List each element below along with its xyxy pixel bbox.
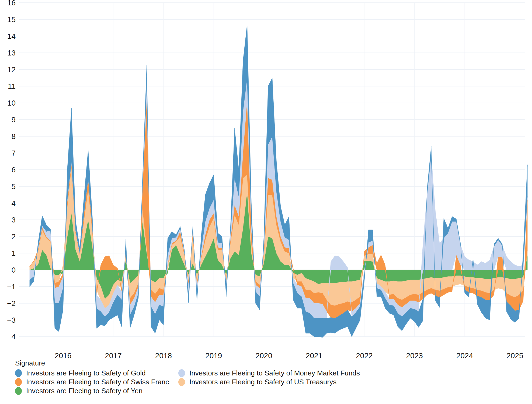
x-tick-label: 2019: [205, 351, 222, 360]
x-tick-label: 2016: [55, 351, 71, 360]
legend-item-label: Investors are Fleeing to Safety of Money…: [189, 369, 360, 377]
page: { "colors": { "background": "#FFFFFF", "…: [0, 0, 532, 404]
legend-item-us-treasurys[interactable]: Investors are Fleeing to Safety of US Tr…: [178, 378, 360, 386]
legend-columns: Investors are Fleeing to Safety of Gold …: [15, 369, 419, 395]
y-tick-label: 11: [8, 82, 16, 90]
chart-svg: −4−3−2−101234567891011121314151620162017…: [0, 0, 532, 404]
legend: Signature Investors are Fleeing to Safet…: [15, 359, 419, 395]
y-tick-label: 6: [11, 166, 16, 174]
x-tick-label: 2017: [105, 351, 121, 360]
y-tick-label: 3: [11, 216, 16, 224]
legend-item-label: Investors are Fleeing to Safety of Gold: [26, 369, 146, 377]
y-tick-label: 15: [7, 15, 16, 24]
y-tick-label: 14: [7, 32, 16, 40]
x-tick-label: 2021: [306, 351, 322, 360]
y-tick-label: 13: [7, 49, 16, 57]
legend-item-money-market-funds[interactable]: Investors are Fleeing to Safety of Money…: [178, 369, 360, 378]
y-tick-label: 7: [11, 149, 16, 157]
y-tick-label: 1: [11, 249, 16, 257]
gold-swatch-icon: [15, 369, 22, 377]
y-tick-label: 0: [11, 266, 16, 274]
y-tick-label: −1: [7, 283, 16, 291]
legend-item-label: Investors are Fleeing to Safety of Yen: [26, 387, 142, 395]
x-tick-label: 2020: [255, 351, 272, 360]
y-tick-label: 8: [11, 132, 16, 141]
y-tick-label: 2: [11, 232, 16, 241]
x-tick-label: 2023: [406, 351, 423, 360]
us-treasurys-swatch-icon: [178, 378, 185, 386]
y-tick-label: −4: [7, 333, 16, 341]
x-tick-label: 2024: [456, 351, 473, 360]
y-tick-label: 16: [7, 0, 16, 7]
y-tick-label: 9: [11, 116, 16, 124]
money-market-funds-swatch-icon: [178, 369, 185, 377]
legend-item-gold[interactable]: Investors are Fleeing to Safety of Gold: [15, 369, 178, 378]
legend-column-1: Investors are Fleeing to Safety of Gold …: [15, 369, 178, 395]
x-tick-label: 2025: [506, 351, 523, 360]
legend-item-label: Investors are Fleeing to Safety of US Tr…: [189, 378, 336, 386]
legend-item-yen[interactable]: Investors are Fleeing to Safety of Yen: [15, 386, 178, 395]
y-tick-label: −3: [7, 316, 16, 324]
legend-item-label: Investors are Fleeing to Safety of Swiss…: [26, 378, 169, 386]
y-tick-label: 12: [7, 65, 16, 74]
x-tick-label: 2022: [356, 351, 373, 360]
y-tick-label: 10: [7, 99, 16, 107]
legend-item-swiss-franc[interactable]: Investors are Fleeing to Safety of Swiss…: [15, 378, 178, 386]
yen-swatch-icon: [15, 387, 22, 395]
legend-column-2: Investors are Fleeing to Safety of Money…: [178, 369, 360, 386]
safe-haven-signature-chart: −4−3−2−101234567891011121314151620162017…: [0, 0, 532, 404]
y-tick-label: 5: [11, 182, 16, 191]
y-tick-label: −2: [7, 299, 16, 308]
x-tick-label: 2018: [155, 351, 172, 360]
legend-title: Signature: [15, 359, 419, 367]
swiss-franc-swatch-icon: [15, 378, 22, 386]
y-tick-label: 4: [11, 199, 16, 207]
